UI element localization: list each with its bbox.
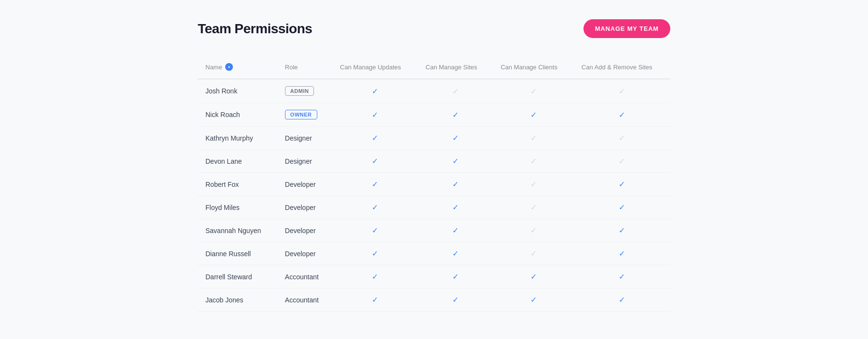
table-row[interactable]: Jacob JonesAccountant✓✓✓✓ xyxy=(198,288,670,312)
cell-can-manage-clients: ✓ xyxy=(493,242,574,265)
cell-can-manage-clients: ✓ xyxy=(493,79,574,103)
cell-can-add-remove-sites: ✓ xyxy=(574,265,670,288)
check-false-icon: ✓ xyxy=(582,133,663,143)
role-badge: OWNER xyxy=(285,110,317,119)
cell-name: Kathryn Murphy xyxy=(198,127,277,150)
check-true-icon: ✓ xyxy=(501,272,566,281)
cell-can-add-remove-sites: ✓ xyxy=(574,127,670,150)
check-false-icon: ✓ xyxy=(501,249,566,258)
table-row[interactable]: Floyd MilesDeveloper✓✓✓✓ xyxy=(198,196,670,219)
cell-can-add-remove-sites: ✓ xyxy=(574,150,670,173)
check-true-icon: ✓ xyxy=(340,272,410,281)
table-row[interactable]: Devon LaneDesigner✓✓✓✓ xyxy=(198,150,670,173)
sort-icon[interactable]: ▾ xyxy=(225,63,233,71)
table-row[interactable]: Dianne RussellDeveloper✓✓✓✓ xyxy=(198,242,670,265)
cell-can-manage-clients: ✓ xyxy=(493,196,574,219)
cell-name: Robert Fox xyxy=(198,173,277,196)
check-false-icon: ✓ xyxy=(501,133,566,143)
check-true-icon: ✓ xyxy=(340,226,410,235)
table-row[interactable]: Savannah NguyenDeveloper✓✓✓✓ xyxy=(198,219,670,242)
check-true-icon: ✓ xyxy=(426,272,486,281)
check-true-icon: ✓ xyxy=(426,156,486,166)
col-header-add-remove-sites: Can Add & Remove Sites xyxy=(574,57,670,79)
cell-can-manage-sites: ✓ xyxy=(418,288,493,312)
check-true-icon: ✓ xyxy=(340,110,410,119)
page-title: Team Permissions xyxy=(198,21,312,37)
cell-name: Jacob Jones xyxy=(198,288,277,312)
cell-name: Dianne Russell xyxy=(198,242,277,265)
cell-role: Developer xyxy=(277,173,332,196)
permissions-table: Name ▾ Role Can Manage Updates Can Manag… xyxy=(198,57,670,312)
check-true-icon: ✓ xyxy=(582,180,663,189)
col-header-manage-sites: Can Manage Sites xyxy=(418,57,493,79)
check-true-icon: ✓ xyxy=(340,156,410,166)
check-true-icon: ✓ xyxy=(426,295,486,304)
cell-name: Floyd Miles xyxy=(198,196,277,219)
cell-can-add-remove-sites: ✓ xyxy=(574,219,670,242)
table-row[interactable]: Josh RonkADMIN✓✓✓✓ xyxy=(198,79,670,103)
cell-name: Darrell Steward xyxy=(198,265,277,288)
cell-role: OWNER xyxy=(277,103,332,127)
cell-can-add-remove-sites: ✓ xyxy=(574,79,670,103)
table-row[interactable]: Kathryn MurphyDesigner✓✓✓✓ xyxy=(198,127,670,150)
check-false-icon: ✓ xyxy=(501,203,566,212)
table-row[interactable]: Robert FoxDeveloper✓✓✓✓ xyxy=(198,173,670,196)
table-row[interactable]: Darrell StewardAccountant✓✓✓✓ xyxy=(198,265,670,288)
check-true-icon: ✓ xyxy=(501,110,566,119)
cell-name: Savannah Nguyen xyxy=(198,219,277,242)
table-body: Josh RonkADMIN✓✓✓✓Nick RoachOWNER✓✓✓✓Kat… xyxy=(198,79,670,312)
cell-can-add-remove-sites: ✓ xyxy=(574,288,670,312)
check-true-icon: ✓ xyxy=(582,226,663,235)
cell-can-manage-updates: ✓ xyxy=(332,242,418,265)
cell-can-manage-sites: ✓ xyxy=(418,265,493,288)
cell-role: Designer xyxy=(277,150,332,173)
col-header-name[interactable]: Name ▾ xyxy=(198,57,277,79)
cell-can-manage-sites: ✓ xyxy=(418,103,493,127)
cell-can-manage-updates: ✓ xyxy=(332,79,418,103)
check-true-icon: ✓ xyxy=(340,180,410,189)
cell-can-manage-sites: ✓ xyxy=(418,79,493,103)
cell-can-manage-clients: ✓ xyxy=(493,265,574,288)
table-row[interactable]: Nick RoachOWNER✓✓✓✓ xyxy=(198,103,670,127)
cell-can-manage-clients: ✓ xyxy=(493,173,574,196)
check-true-icon: ✓ xyxy=(340,87,410,96)
cell-can-manage-clients: ✓ xyxy=(493,150,574,173)
col-header-role: Role xyxy=(277,57,332,79)
cell-can-manage-updates: ✓ xyxy=(332,103,418,127)
header-row: Name ▾ Role Can Manage Updates Can Manag… xyxy=(198,57,670,79)
cell-can-manage-updates: ✓ xyxy=(332,150,418,173)
cell-can-manage-updates: ✓ xyxy=(332,196,418,219)
cell-can-manage-updates: ✓ xyxy=(332,173,418,196)
check-false-icon: ✓ xyxy=(426,87,486,96)
check-true-icon: ✓ xyxy=(426,180,486,189)
check-false-icon: ✓ xyxy=(501,226,566,235)
cell-can-add-remove-sites: ✓ xyxy=(574,242,670,265)
cell-name: Nick Roach xyxy=(198,103,277,127)
manage-team-button[interactable]: MANAGE MY TEAM xyxy=(583,19,670,38)
cell-role: Accountant xyxy=(277,265,332,288)
cell-can-add-remove-sites: ✓ xyxy=(574,196,670,219)
check-true-icon: ✓ xyxy=(582,110,663,119)
cell-can-manage-sites: ✓ xyxy=(418,173,493,196)
cell-can-manage-sites: ✓ xyxy=(418,150,493,173)
check-true-icon: ✓ xyxy=(340,133,410,143)
cell-name: Devon Lane xyxy=(198,150,277,173)
check-true-icon: ✓ xyxy=(582,203,663,212)
check-true-icon: ✓ xyxy=(582,295,663,304)
check-true-icon: ✓ xyxy=(426,203,486,212)
check-true-icon: ✓ xyxy=(501,295,566,304)
cell-role: ADMIN xyxy=(277,79,332,103)
col-name-label: Name xyxy=(205,64,222,71)
check-true-icon: ✓ xyxy=(582,272,663,281)
cell-role: Developer xyxy=(277,219,332,242)
cell-can-manage-sites: ✓ xyxy=(418,219,493,242)
cell-can-add-remove-sites: ✓ xyxy=(574,103,670,127)
cell-role: Developer xyxy=(277,242,332,265)
cell-name: Josh Ronk xyxy=(198,79,277,103)
check-true-icon: ✓ xyxy=(340,203,410,212)
cell-can-manage-clients: ✓ xyxy=(493,127,574,150)
check-true-icon: ✓ xyxy=(426,133,486,143)
cell-role: Accountant xyxy=(277,288,332,312)
check-false-icon: ✓ xyxy=(582,87,663,96)
cell-role: Developer xyxy=(277,196,332,219)
